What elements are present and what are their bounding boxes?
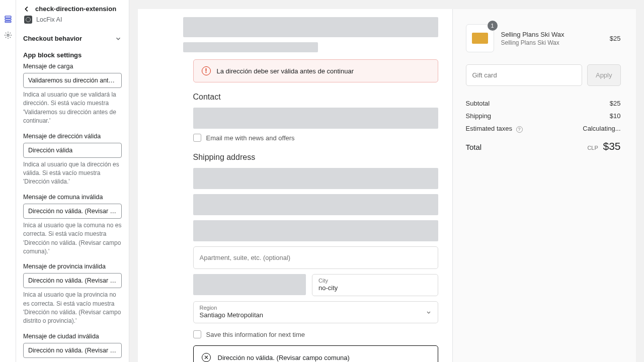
banner-text: La dirección debe ser válida antes de co…	[217, 67, 354, 75]
svg-rect-2	[5, 21, 11, 23]
save-info-checkbox[interactable]	[193, 330, 201, 338]
skeleton	[193, 220, 438, 241]
app-name: LocFix AI	[36, 16, 62, 23]
field-label: Mensaje de dirección válida	[23, 133, 122, 140]
total-value: $35	[603, 140, 620, 152]
total-label: Total	[466, 143, 482, 151]
shipping-label: Shipping	[466, 112, 492, 120]
qty-badge: 1	[488, 21, 498, 31]
skeleton	[183, 17, 438, 37]
contact-heading: Contact	[193, 93, 438, 102]
field-label: Mensaje de comuna inválida	[23, 194, 122, 201]
editor-rail	[0, 0, 16, 362]
email-news-checkbox[interactable]	[193, 134, 201, 142]
section-label: Checkout behavior	[23, 35, 82, 42]
ciudad-message-input[interactable]	[23, 343, 122, 358]
chevron-down-icon	[115, 35, 122, 42]
city-value: no-city	[318, 284, 432, 292]
cart-item: 1 Selling Plans Ski Wax Selling Plans Sk…	[466, 24, 621, 52]
svg-point-3	[7, 34, 9, 36]
city-field[interactable]: City no-city	[312, 274, 438, 296]
field-help: Inica al usuario que la comuna no es cor…	[23, 221, 122, 256]
region-value: Santiago Metropolitan	[200, 311, 432, 319]
provincia-message-input[interactable]	[23, 273, 122, 288]
error-text: Dirección no válida. (Revisar campo comu…	[218, 354, 350, 361]
apartment-input[interactable]	[193, 246, 438, 269]
email-news-label: Email me with news and offers	[206, 134, 295, 142]
loading-message-input[interactable]	[23, 73, 122, 88]
skeleton	[183, 42, 318, 52]
panel-title: check-direction-extension	[35, 5, 116, 13]
field-help: Indica al usuario que se validará la dir…	[23, 90, 122, 126]
error-banner: ! La dirección debe ser válida antes de …	[193, 59, 438, 82]
app-row: LocFix AI	[23, 16, 122, 24]
field-label: Mensaje de carga	[23, 63, 122, 70]
skeleton	[193, 108, 438, 129]
app-block-settings-heading: App block settings	[23, 51, 122, 59]
subtotal-value: $25	[610, 100, 621, 107]
comuna-message-input[interactable]	[23, 204, 122, 219]
cart-thumbnail: 1	[466, 24, 494, 52]
settings-icon[interactable]	[3, 30, 13, 40]
field-label: Mensaje de provincia inválida	[23, 263, 122, 270]
taxes-label: Estimated taxes	[466, 125, 513, 132]
skeleton	[193, 194, 438, 215]
field-help: Indica al usuario que la dirección es vá…	[23, 160, 122, 187]
gift-card-input[interactable]	[466, 64, 582, 86]
alert-icon: !	[202, 66, 211, 75]
city-label: City	[318, 278, 432, 284]
svg-rect-0	[5, 16, 11, 18]
cart-item-title: Selling Plans Ski Wax	[501, 31, 603, 38]
close-circle-icon: ✕	[202, 353, 211, 362]
back-icon[interactable]	[23, 6, 30, 13]
field-label: Mensaje de ciudad inválida	[23, 333, 122, 340]
save-info-label: Save this information for next time	[206, 331, 305, 338]
svg-rect-1	[5, 19, 11, 20]
currency-code: CLP	[587, 145, 598, 151]
valid-message-input[interactable]	[23, 143, 122, 158]
app-logo-icon	[24, 16, 32, 24]
settings-panel: check-direction-extension LocFix AI Chec…	[16, 0, 129, 362]
cart-item-price: $25	[610, 35, 621, 42]
shipping-value: $10	[610, 112, 621, 120]
sections-icon[interactable]	[3, 14, 13, 24]
skeleton	[193, 274, 306, 295]
checkout-preview: ! La dirección debe ser válida antes de …	[129, 0, 644, 362]
help-icon[interactable]: ?	[516, 126, 523, 133]
checkout-behavior-section[interactable]: Checkout behavior	[23, 31, 122, 46]
apply-button[interactable]: Apply	[587, 64, 621, 86]
region-label: Region	[200, 305, 432, 311]
validation-error-box: ✕ Dirección no válida. (Revisar campo co…	[193, 345, 438, 362]
field-help: Inica al usuario que la provincia no es …	[23, 291, 122, 326]
taxes-value: Calculating...	[583, 125, 620, 133]
chevron-down-icon	[426, 309, 432, 315]
shipping-heading: Shipping address	[193, 153, 438, 162]
skeleton	[193, 168, 438, 189]
region-select[interactable]: Region Santiago Metropolitan	[193, 301, 438, 323]
subtotal-label: Subtotal	[466, 100, 490, 107]
cart-item-subtitle: Selling Plans Ski Wax	[501, 39, 603, 46]
